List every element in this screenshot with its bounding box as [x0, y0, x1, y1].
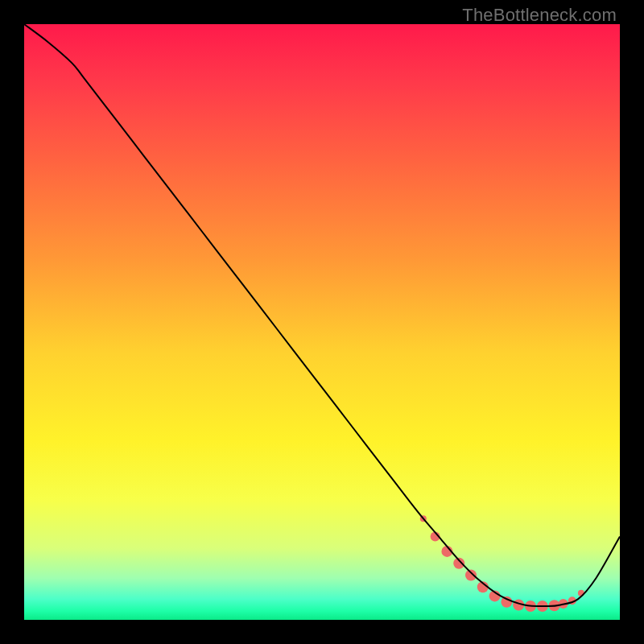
chart-frame	[24, 24, 620, 620]
watermark-label: TheBottleneck.com	[462, 5, 617, 26]
trough-marker-dot	[465, 570, 477, 581]
gradient-background	[24, 24, 620, 620]
trough-marker-dot	[501, 597, 512, 608]
bottleneck-curve-chart	[24, 24, 620, 620]
